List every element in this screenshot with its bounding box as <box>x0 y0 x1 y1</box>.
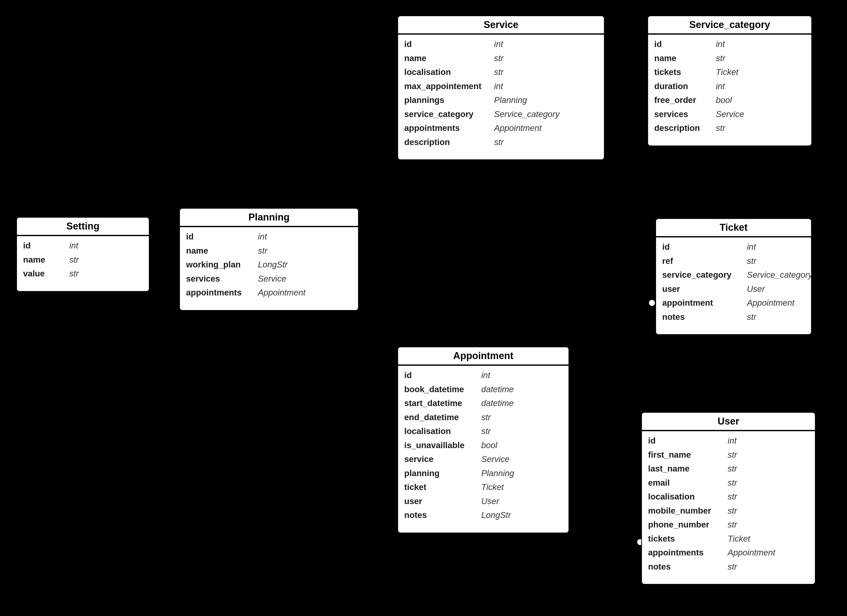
field-type: str <box>481 425 491 437</box>
field-name: appointments <box>648 547 723 558</box>
field-row: namestr <box>404 51 598 65</box>
field-name: mobile_number <box>648 505 723 517</box>
entity-body: idint namestr working_planLongStr servic… <box>180 227 358 310</box>
field-name: id <box>186 231 253 242</box>
entity-ticket: Ticket idint refstr service_categoryServ… <box>655 218 812 335</box>
field-row: servicesService <box>186 272 352 286</box>
field-row: book_datetimedatetime <box>404 383 562 397</box>
field-type: Appointment <box>258 287 305 298</box>
field-row: mobile_numberstr <box>648 504 809 518</box>
field-type: str <box>747 311 756 323</box>
field-row: service_categoryService_category <box>404 107 598 121</box>
field-name: user <box>662 284 742 295</box>
field-row: planningPlanning <box>404 466 562 480</box>
field-name: services <box>186 273 253 285</box>
field-name: end_datetime <box>404 412 476 423</box>
field-type: str <box>481 412 491 423</box>
entity-body: idint namestr localisationstr max_appoin… <box>398 35 604 160</box>
field-name: planning <box>404 468 476 479</box>
field-type: Appointment <box>747 297 794 309</box>
field-type: LongStr <box>258 259 288 270</box>
field-type: User <box>747 284 765 295</box>
field-row: end_datetimestr <box>404 411 562 424</box>
entity-service-category: Service_category idint namestr ticketsTi… <box>647 15 812 146</box>
field-row: notesLongStr <box>404 508 562 522</box>
field-name: localisation <box>404 425 476 437</box>
field-type: str <box>727 561 737 573</box>
field-name: working_plan <box>186 259 253 270</box>
field-row: idint <box>186 230 352 244</box>
field-row: planningsPlanning <box>404 93 598 107</box>
field-name: notes <box>404 510 476 521</box>
field-name: appointments <box>404 123 489 134</box>
field-row: descriptionstr <box>654 121 805 135</box>
field-name: id <box>654 38 711 50</box>
field-row: durationint <box>654 79 805 93</box>
field-type: Appointment <box>494 123 542 134</box>
field-type: str <box>716 123 725 134</box>
field-type: Planning <box>494 95 527 106</box>
field-type: int <box>258 231 267 242</box>
field-type: int <box>481 369 490 381</box>
field-name: services <box>654 109 711 120</box>
field-name: notes <box>648 561 723 573</box>
field-row: idint <box>404 368 562 383</box>
field-row: first_namestr <box>648 448 809 462</box>
field-name: notes <box>662 311 742 323</box>
field-row: localisationstr <box>648 490 809 504</box>
field-row: idint <box>23 239 143 253</box>
field-row: namestr <box>654 51 805 65</box>
entity-title: Ticket <box>656 219 811 238</box>
field-row: valuestr <box>23 267 143 281</box>
field-type: Service <box>481 454 509 465</box>
field-row: idint <box>404 37 598 51</box>
field-name: name <box>186 245 253 257</box>
field-row: namestr <box>186 244 352 258</box>
field-row: ticketTicket <box>404 480 562 494</box>
field-row: ticketsTicket <box>654 65 805 79</box>
field-row: appointmentsAppointment <box>186 286 352 300</box>
field-name: description <box>654 123 711 134</box>
entity-appointment: Appointment idint book_datetimedatetime … <box>397 347 569 533</box>
field-type: int <box>69 240 78 251</box>
field-row: refstr <box>662 254 805 268</box>
field-row: notesstr <box>662 310 805 324</box>
field-type: LongStr <box>481 510 511 521</box>
field-name: first_name <box>648 449 723 461</box>
field-row: max_appointementint <box>404 79 598 93</box>
field-row: start_datetimedatetime <box>404 396 562 411</box>
field-name: service_category <box>662 269 742 281</box>
field-name: id <box>662 241 742 253</box>
field-type: str <box>727 519 737 530</box>
field-name: id <box>404 369 476 381</box>
field-row: serviceService <box>404 452 562 466</box>
field-type: int <box>716 38 725 50</box>
field-type: Ticket <box>481 482 504 493</box>
field-type: str <box>494 66 503 78</box>
field-row: idint <box>662 240 805 254</box>
entity-title: Appointment <box>398 347 568 366</box>
field-name: id <box>648 435 723 447</box>
entity-body: idint namestr valuestr <box>17 236 149 291</box>
field-type: bool <box>481 440 497 451</box>
entity-title: User <box>642 413 815 431</box>
field-type: Service <box>716 109 744 120</box>
field-row: namestr <box>23 253 143 267</box>
entity-title: Service_category <box>648 16 811 35</box>
field-row: is_unavaillablebool <box>404 439 562 452</box>
field-type: str <box>747 256 756 267</box>
field-row: userUser <box>662 282 805 296</box>
field-name: name <box>404 53 489 64</box>
field-row: service_categoryService_category <box>662 268 805 282</box>
field-name: user <box>404 496 476 507</box>
field-type: Service_category <box>494 109 559 120</box>
entity-service: Service idint namestr localisationstr ma… <box>397 15 605 160</box>
field-name: last_name <box>648 463 723 474</box>
field-type: datetime <box>481 384 514 395</box>
field-row: localisationstr <box>404 424 562 439</box>
field-type: User <box>481 496 499 507</box>
field-type: str <box>727 463 737 474</box>
field-row: descriptionstr <box>404 135 598 149</box>
field-name: name <box>654 53 711 64</box>
field-type: str <box>727 505 737 517</box>
